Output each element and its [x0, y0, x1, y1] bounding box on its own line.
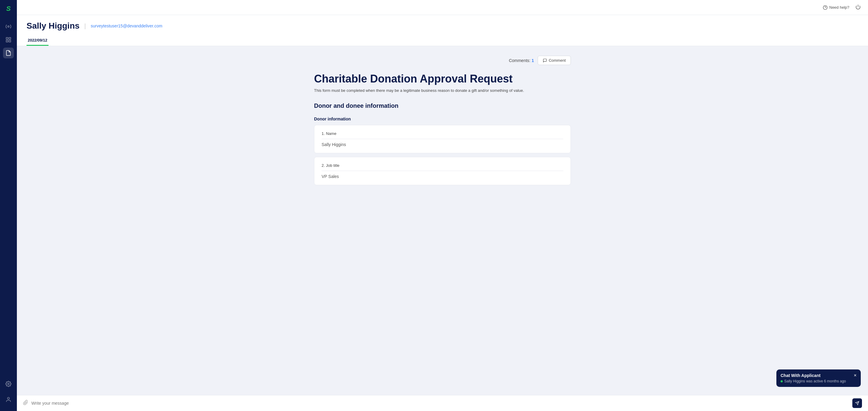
subsection-label: Donor information: [314, 116, 571, 121]
online-indicator: [781, 380, 783, 382]
sidebar-item-documents[interactable]: [3, 47, 14, 59]
svg-rect-1: [6, 38, 8, 39]
chat-input-field[interactable]: [31, 401, 849, 406]
form-container: Comments: 1 Comment Charitable Donation …: [307, 46, 578, 198]
topbar: Need help?: [17, 0, 868, 15]
logo[interactable]: S: [3, 4, 13, 14]
form-subtitle: This form must be completed when there m…: [314, 88, 571, 93]
sidebar: S: [0, 0, 17, 411]
chat-widget: Chat With Applicant × Sally Higgins was …: [776, 370, 861, 387]
comment-button[interactable]: Comment: [538, 56, 571, 65]
send-icon: [855, 401, 859, 405]
question-label-2: 2. Job title: [321, 163, 563, 168]
help-icon: [823, 5, 828, 10]
question-card-1: 1. Name Sally Higgins: [314, 125, 571, 153]
chat-widget-status: Sally Higgins was active 6 months ago: [781, 379, 857, 383]
question-text-1: Name: [326, 131, 336, 136]
question-answer-1: Sally Higgins: [321, 139, 563, 147]
chat-widget-close-button[interactable]: ×: [854, 373, 857, 378]
paperclip-icon: [23, 400, 28, 405]
user-email[interactable]: surveytestuser15@devanddeliver.com: [91, 24, 162, 28]
send-button[interactable]: [852, 398, 862, 408]
svg-rect-2: [9, 38, 11, 39]
attach-icon[interactable]: [23, 400, 28, 407]
comments-text: Comments:: [509, 58, 530, 63]
chat-input-bar: [17, 395, 868, 411]
svg-point-0: [8, 26, 9, 27]
comments-bar: Comments: 1 Comment: [314, 56, 571, 65]
sidebar-item-reports[interactable]: [3, 34, 14, 45]
svg-point-6: [7, 398, 10, 400]
logo-text: S: [6, 5, 11, 13]
power-icon: [855, 4, 861, 10]
section-heading: Donor and donee information: [314, 102, 571, 109]
tab-date[interactable]: 2022/09/12: [27, 36, 49, 46]
question-card-2: 2. Job title VP Sales: [314, 157, 571, 185]
comment-button-label: Comment: [549, 58, 566, 63]
page-header: Sally Higgins | surveytestuser15@devandd…: [17, 15, 868, 46]
need-help-label: Need help?: [830, 5, 849, 10]
comments-label: Comments: 1: [509, 58, 534, 63]
power-button[interactable]: [855, 4, 861, 11]
chat-widget-header: Chat With Applicant ×: [781, 373, 857, 378]
svg-rect-3: [6, 40, 8, 42]
sidebar-item-settings[interactable]: [3, 378, 14, 389]
header-divider: |: [84, 23, 86, 30]
content-area: Sally Higgins | surveytestuser15@devandd…: [17, 15, 868, 411]
svg-point-5: [8, 383, 9, 385]
page-tabs: 2022/09/12: [27, 36, 858, 46]
question-text-2: Job title: [326, 163, 339, 168]
question-label-1: 1. Name: [321, 131, 563, 136]
topbar-actions: Need help?: [823, 4, 861, 11]
main: Need help? Sally Higgins | surveytestuse…: [17, 0, 868, 411]
sidebar-bottom: [3, 378, 14, 407]
comment-icon: [543, 59, 547, 63]
need-help-button[interactable]: Need help?: [823, 5, 849, 10]
page-title: Sally Higgins: [27, 21, 80, 31]
question-number-2: 2.: [321, 163, 325, 168]
chat-widget-status-text: Sally Higgins was active 6 months ago: [784, 379, 846, 383]
page-header-top: Sally Higgins | surveytestuser15@devandd…: [27, 21, 858, 31]
question-number-1: 1.: [321, 131, 325, 136]
svg-rect-4: [9, 40, 11, 42]
question-answer-2: VP Sales: [321, 171, 563, 179]
sidebar-item-profile[interactable]: [3, 394, 14, 405]
comments-count: 1: [532, 58, 534, 63]
form-title: Charitable Donation Approval Request: [314, 72, 571, 85]
chat-widget-title: Chat With Applicant: [781, 373, 820, 378]
sidebar-item-dashboard[interactable]: [3, 21, 14, 32]
